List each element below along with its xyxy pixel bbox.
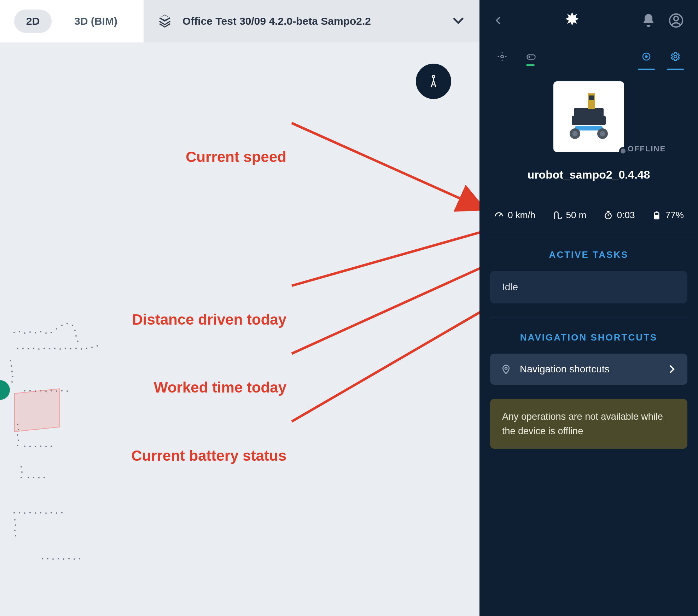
svg-point-37	[24, 390, 25, 391]
svg-point-20	[38, 348, 40, 350]
svg-point-33	[11, 365, 12, 367]
svg-point-65	[19, 512, 20, 513]
svg-rect-108	[655, 215, 658, 218]
svg-point-34	[11, 371, 13, 372]
svg-point-91	[674, 16, 679, 21]
tab-3d-bim[interactable]: 3D (BIM)	[62, 10, 129, 33]
stat-speed: 0 km/h	[494, 210, 535, 221]
tab-2d[interactable]: 2D	[14, 10, 52, 33]
svg-point-95	[646, 56, 647, 58]
sidebar-topbar	[479, 0, 698, 42]
svg-point-29	[86, 348, 87, 349]
svg-point-18	[28, 348, 29, 349]
svg-point-61	[33, 477, 34, 478]
svg-point-75	[15, 524, 16, 526]
map-pane: 2D 3D (BIM) Office Test 30/09 4.2.0-beta…	[0, 0, 479, 616]
svg-point-68	[35, 512, 36, 514]
stat-distance-value: 50 m	[566, 210, 587, 221]
robot-image: OFFLINE	[553, 81, 624, 152]
svg-point-63	[43, 477, 45, 478]
svg-point-6	[40, 331, 41, 332]
stat-distance: 50 m	[552, 210, 587, 221]
svg-point-17	[22, 348, 24, 349]
nav-shortcuts-button[interactable]: Navigation shortcuts	[490, 354, 687, 385]
svg-point-50	[17, 445, 18, 446]
tab-target[interactable]	[638, 48, 655, 65]
chevron-right-icon	[666, 364, 677, 374]
notifications-button[interactable]	[641, 13, 656, 30]
account-button[interactable]	[668, 13, 684, 30]
active-tasks-header: ACTIVE TASKS	[479, 235, 698, 271]
map-selector[interactable]: Office Test 30/09 4.2.0-beta Sampo2.2	[144, 0, 479, 42]
map-canvas[interactable]: Current speed Distance driven today Work…	[0, 42, 479, 616]
svg-point-52	[29, 446, 31, 447]
svg-point-36	[11, 381, 13, 383]
svg-point-57	[21, 466, 22, 467]
active-task-state: Idle	[502, 281, 518, 293]
stopwatch-icon	[603, 210, 613, 221]
svg-point-15	[77, 341, 78, 342]
stat-time: 0:03	[603, 210, 635, 221]
svg-point-10	[61, 325, 63, 326]
svg-point-1	[13, 332, 15, 333]
svg-rect-98	[574, 108, 604, 117]
svg-point-27	[75, 348, 77, 349]
route-icon	[552, 210, 563, 221]
stat-time-value: 0:03	[617, 210, 635, 221]
svg-point-105	[600, 131, 605, 136]
svg-point-5	[35, 332, 36, 333]
tab-location[interactable]	[494, 48, 511, 65]
svg-point-59	[21, 477, 22, 478]
stat-battery-value: 77%	[665, 210, 684, 221]
svg-point-21	[43, 348, 45, 349]
chevron-down-icon	[451, 13, 465, 29]
battery-icon	[651, 210, 662, 221]
svg-rect-101	[575, 126, 603, 130]
app-logo	[562, 11, 582, 32]
svg-point-25	[65, 348, 66, 349]
robot-name: urobot_sampo2_0.4.48	[528, 168, 650, 181]
compass-button[interactable]	[416, 64, 451, 99]
svg-point-82	[63, 558, 64, 560]
svg-point-22	[49, 348, 50, 349]
svg-point-79	[47, 558, 48, 559]
svg-rect-97	[572, 116, 606, 125]
svg-point-104	[572, 131, 578, 136]
svg-point-78	[42, 558, 43, 559]
svg-point-45	[66, 390, 68, 392]
svg-point-69	[40, 512, 41, 513]
stat-speed-value: 0 km/h	[508, 210, 535, 221]
tab-settings[interactable]	[667, 48, 684, 65]
pointcloud	[0, 290, 141, 608]
offline-warning-text: Any operations are not available while t…	[502, 411, 663, 436]
svg-point-54	[40, 446, 41, 447]
restricted-zone	[14, 388, 60, 432]
svg-point-13	[74, 330, 76, 331]
status-label: OFFLINE	[628, 144, 666, 153]
layers-icon	[158, 13, 172, 29]
svg-point-70	[45, 512, 47, 514]
svg-point-24	[59, 348, 61, 350]
svg-point-83	[68, 558, 70, 559]
svg-point-67	[29, 512, 31, 513]
device-sidebar: OFFLINE urobot_sampo2_0.4.48 0 km/h 50 m…	[479, 0, 698, 616]
svg-point-51	[24, 446, 25, 447]
robot-card: OFFLINE urobot_sampo2_0.4.48	[479, 71, 698, 196]
svg-point-73	[61, 512, 63, 513]
svg-rect-93	[527, 55, 535, 59]
svg-point-44	[61, 390, 63, 391]
svg-point-26	[70, 348, 71, 349]
status-dot-icon	[619, 147, 627, 155]
svg-point-16	[17, 348, 18, 349]
svg-point-53	[35, 446, 36, 447]
svg-point-76	[14, 530, 16, 531]
svg-point-109	[505, 367, 507, 369]
back-button[interactable]	[494, 16, 504, 27]
svg-point-23	[54, 348, 56, 349]
view-tabs: 2D 3D (BIM)	[0, 0, 144, 42]
svg-point-30	[91, 347, 93, 348]
svg-point-62	[38, 477, 40, 478]
tab-controller[interactable]	[523, 48, 540, 65]
svg-point-77	[15, 535, 16, 536]
active-task-card: Idle	[490, 271, 687, 303]
